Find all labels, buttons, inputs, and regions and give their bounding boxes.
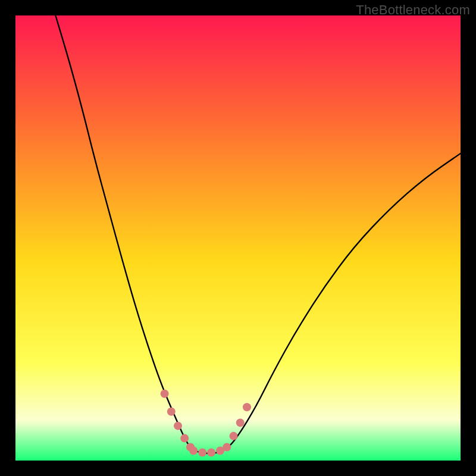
valley-marker-dot [189,447,198,455]
valley-marker-dot [161,390,169,398]
valley-marker-dot [230,432,238,440]
valley-marker-dot [236,418,245,427]
valley-marker-dot [207,449,215,457]
valley-marker-dot [198,449,206,457]
gradient-background [15,15,461,461]
valley-marker-dot [174,422,182,430]
chart-frame: TheBottleneck.com [0,0,476,476]
plot-area [15,15,461,461]
valley-marker-dot [167,408,176,416]
watermark-text: TheBottleneck.com [356,2,470,18]
valley-marker-dot [180,434,189,443]
valley-marker-dot [243,403,251,411]
valley-marker-dot [223,443,231,452]
bottleneck-curve-chart [15,15,461,461]
